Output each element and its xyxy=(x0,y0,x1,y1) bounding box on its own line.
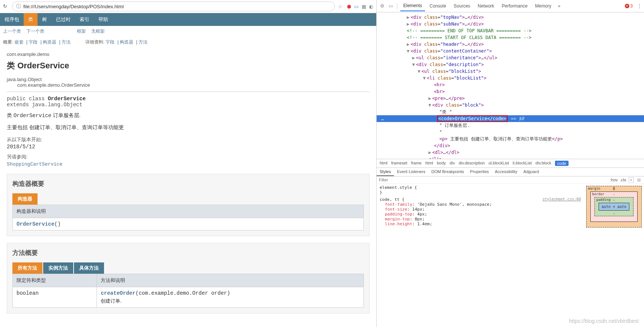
extension-icon-1[interactable]: ⬢ xyxy=(347,4,351,9)
styles-rules[interactable]: element.style { } stylesheet.css:60 code… xyxy=(377,184,584,327)
crumb[interactable]: li.blockList xyxy=(513,161,532,166)
class-desc-1: 类 OrderService 订单服务层. xyxy=(7,112,370,119)
stab-styles[interactable]: Styles xyxy=(377,168,394,176)
detail-method[interactable]: 方法 xyxy=(139,39,148,45)
more-tabs-icon[interactable]: » xyxy=(556,3,563,9)
stab-properties[interactable]: Properties xyxy=(467,168,492,176)
tab-memory[interactable]: Memory xyxy=(532,1,554,11)
error-badge[interactable]: ✕3 xyxy=(625,3,633,9)
extension-icon-3[interactable]: ▦ xyxy=(362,4,366,9)
detail-field[interactable]: 字段 xyxy=(106,39,115,45)
noframes-link[interactable]: 无框架 xyxy=(91,29,105,34)
nav-tree[interactable]: 树 xyxy=(38,13,51,26)
crumb-active[interactable]: code xyxy=(555,161,569,166)
class-hierarchy: java.lang.Object com.example.demo.OrderS… xyxy=(7,77,370,88)
tab-instance-methods[interactable]: 实例方法 xyxy=(43,262,73,274)
overview-nested[interactable]: 嵌套 xyxy=(15,39,24,45)
crumb[interactable]: html xyxy=(425,161,433,166)
detail-constr[interactable]: 构造器 xyxy=(120,39,133,45)
inspect-icon[interactable]: ⯐ xyxy=(379,3,386,9)
stab-accessibility[interactable]: Accessibility xyxy=(492,168,520,176)
device-icon[interactable]: ▭ xyxy=(387,3,394,9)
method-table: 限定符和类型 方法和说明 boolean createOrder(com.exa… xyxy=(12,274,364,308)
crumb[interactable]: body xyxy=(437,161,446,166)
table-row: boolean createOrder(com.example.demo.Ord… xyxy=(13,287,364,308)
overview-constr[interactable]: 构造器 xyxy=(43,39,56,45)
reload-icon[interactable]: ↻ xyxy=(3,3,9,9)
constructor-summary: 构造器概要 构造器 构造器和说明 OrderService() xyxy=(7,174,370,236)
constructor-tab[interactable]: 构造器 xyxy=(12,193,38,205)
sub-nav-row2: 概要: 嵌套 | 字段 | 构造器 | 方法 详细资料: 字段 | 构造器 | … xyxy=(0,37,376,48)
extension-icons: ⬢ ▭ ▦ ◐ xyxy=(347,4,373,9)
class-declaration: public class OrderService extends java.l… xyxy=(7,96,370,108)
crumb[interactable]: html xyxy=(380,161,388,166)
nav-help[interactable]: 帮助 xyxy=(94,13,113,26)
tab-network[interactable]: Network xyxy=(475,1,497,11)
tab-console[interactable]: Console xyxy=(427,1,449,11)
info-icon: ⓘ xyxy=(16,3,21,10)
nav-index[interactable]: 索引 xyxy=(75,13,94,26)
prev-class-link[interactable]: 上一个类 xyxy=(3,29,21,34)
extension-icon-4[interactable]: ◐ xyxy=(369,4,373,9)
box-model: margin 8 border - padding - auto × auto … xyxy=(584,184,644,327)
hov-toggle[interactable]: :hov xyxy=(610,178,618,182)
overview-method[interactable]: 方法 xyxy=(62,39,71,45)
detail-label: 详细资料: xyxy=(85,39,104,45)
constructor-header: 构造器和说明 xyxy=(13,205,364,218)
tab-concrete-methods[interactable]: 具体方法 xyxy=(74,262,104,274)
class-desc-2: 主要包括 创建订单、取消订单、查询订单等功能更 xyxy=(7,124,370,131)
nav-deprecated[interactable]: 已过时 xyxy=(51,13,75,26)
divider xyxy=(7,92,370,92)
dom-breadcrumb: html frameset frame html body div div.de… xyxy=(377,159,644,168)
tab-performance[interactable]: Performance xyxy=(499,1,531,11)
nav-class[interactable]: 类 xyxy=(24,13,38,26)
method-summary: 方法概要 所有方法 实例方法 具体方法 限定符和类型 方法和说明 boolean… xyxy=(7,243,370,313)
crumb[interactable]: frameset xyxy=(391,161,407,166)
since-value: 2018/5/12 xyxy=(7,144,370,150)
crumb[interactable]: div xyxy=(449,161,455,166)
next-class-link[interactable]: 下一个类 xyxy=(26,29,44,34)
dom-tree[interactable]: ▶<div class="topNav">…</div> ▶<div class… xyxy=(377,12,644,159)
frames-link[interactable]: 框架 xyxy=(77,29,86,34)
devtools-menu-icon[interactable]: ⋮ xyxy=(637,3,642,9)
styles-filter-input[interactable] xyxy=(379,178,608,182)
constructor-link[interactable]: OrderService xyxy=(17,221,54,227)
stab-listeners[interactable]: Event Listeners xyxy=(394,168,428,176)
stab-breakpoints[interactable]: DOM Breakpoints xyxy=(428,168,467,176)
method-summary-title: 方法概要 xyxy=(12,249,364,257)
constructor-table: 构造器和说明 OrderService() xyxy=(12,205,364,231)
bookmark-star-icon[interactable]: ☆ xyxy=(338,4,342,9)
stab-adguard[interactable]: Adguard xyxy=(520,168,542,176)
url-input[interactable]: ⓘ file:///Users/mengday/Desktop/POS/inde… xyxy=(12,2,335,11)
add-rule-button[interactable]: + xyxy=(629,177,634,182)
hierarchy-root: java.lang.Object xyxy=(7,77,370,82)
table-row: OrderService() xyxy=(13,218,364,231)
method-link[interactable]: createOrder xyxy=(101,290,135,296)
seealso-link[interactable]: ShoppingCartService xyxy=(7,161,62,167)
extension-icon-2[interactable]: ▭ xyxy=(354,4,359,9)
class-title: 类 OrderService xyxy=(7,60,370,71)
crumb[interactable]: frame xyxy=(411,161,422,166)
sub-nav-row1: 上一个类 下一个类 框架 无框架 xyxy=(0,26,376,37)
tab-all-methods[interactable]: 所有方法 xyxy=(12,262,42,274)
hierarchy-child: com.example.demo.OrderService xyxy=(7,82,370,88)
top-nav: 程序包 类 树 已过时 索引 帮助 xyxy=(0,13,376,26)
seealso-label: 另请参阅: xyxy=(7,154,370,160)
crumb[interactable]: div.description xyxy=(458,161,485,166)
crumb[interactable]: ul.blockList xyxy=(489,161,509,166)
watermark: https://blog.csdn.net/vbirdbest xyxy=(569,318,639,324)
cls-toggle[interactable]: .cls xyxy=(620,178,626,182)
stylesheet-link[interactable]: stylesheet.css:60 xyxy=(543,197,581,201)
styles-tabs: Styles Event Listeners DOM Breakpoints P… xyxy=(377,168,644,176)
crumb[interactable]: div.block xyxy=(535,161,551,166)
url-text: file:///Users/mengday/Desktop/POS/index.… xyxy=(23,4,124,9)
pin-button[interactable]: ⊟ xyxy=(636,178,642,182)
tab-elements[interactable]: Elements xyxy=(400,1,425,11)
method-header-2: 方法和说明 xyxy=(97,274,364,287)
selected-dom-line: … <code>OrderService</code> == $0 xyxy=(377,115,644,122)
overview-field[interactable]: 字段 xyxy=(29,39,38,45)
nav-package[interactable]: 程序包 xyxy=(0,13,24,26)
tab-sources[interactable]: Sources xyxy=(451,1,473,11)
styles-filter-row: :hov .cls + ⊟ xyxy=(377,176,644,184)
since-label: 从以下版本开始: xyxy=(7,136,370,143)
